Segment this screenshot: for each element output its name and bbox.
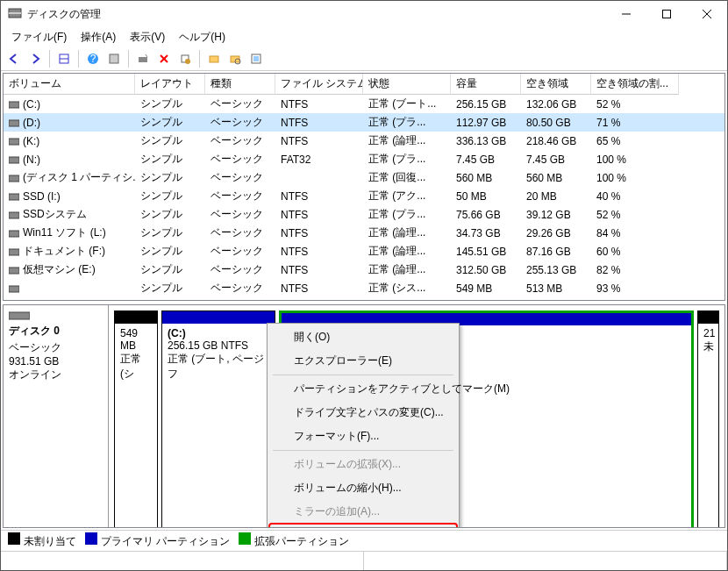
- svg-rect-26: [9, 194, 19, 200]
- ctx-delete-volume[interactable]: ボリュームの削除(D)...: [269, 524, 457, 528]
- properties-button[interactable]: [175, 49, 195, 68]
- delete-button[interactable]: [154, 49, 174, 68]
- ctx-explorer[interactable]: エクスプローラー(E): [269, 349, 457, 373]
- svg-rect-22: [9, 120, 19, 126]
- ctx-shrink[interactable]: ボリュームの縮小(H)...: [269, 476, 457, 500]
- table-row[interactable]: 仕事 (H:)シンプルベーシックNTFS正常 (論理...102.84 GB10…: [4, 297, 724, 300]
- app-icon: [8, 6, 22, 23]
- titlebar: ディスクの管理: [1, 1, 727, 27]
- disk-0-label[interactable]: ディスク 0 ベーシック 931.51 GB オンライン: [4, 305, 109, 528]
- menu-file[interactable]: ファイル(F): [4, 27, 74, 47]
- svg-point-8: [88, 54, 98, 64]
- svg-rect-23: [9, 139, 19, 145]
- svg-rect-28: [9, 231, 19, 237]
- svg-rect-1: [9, 12, 21, 14]
- list-body[interactable]: (C:)シンプルベーシックNTFS正常 (ブート...256.15 GB132.…: [4, 95, 724, 300]
- table-row[interactable]: Win11 ソフト (L:)シンプルベーシックNTFS正常 (論理...34.7…: [4, 224, 724, 242]
- col-layout[interactable]: レイアウト: [135, 74, 205, 95]
- svg-rect-25: [9, 175, 19, 182]
- ctx-add-mirror: ミラーの追加(A)...: [269, 500, 457, 524]
- svg-line-13: [161, 55, 168, 62]
- svg-rect-10: [110, 54, 118, 63]
- volume-list: ボリューム レイアウト 種類 ファイル システム 状態 容量 空き領域 空き領域…: [3, 73, 725, 301]
- table-row[interactable]: SSDシステムシンプルベーシックNTFS正常 (プラ...75.66 GB39.…: [4, 205, 724, 224]
- action2-button[interactable]: [225, 49, 245, 68]
- col-type[interactable]: 種類: [205, 74, 275, 95]
- col-free[interactable]: 空き領域: [521, 74, 591, 95]
- table-row[interactable]: (C:)シンプルベーシックNTFS正常 (ブート...256.15 GB132.…: [4, 95, 724, 113]
- svg-rect-14: [182, 55, 189, 62]
- svg-rect-21: [9, 102, 19, 108]
- table-row[interactable]: (K:)シンプルベーシックNTFS正常 (論理...336.13 GB218.4…: [4, 132, 724, 150]
- swatch-primary: [85, 532, 97, 545]
- back-button[interactable]: [4, 49, 24, 68]
- table-row[interactable]: (ディスク 1 パーティシ...シンプルベーシック正常 (回復...560 MB…: [4, 168, 724, 187]
- svg-rect-20: [253, 56, 259, 61]
- col-capacity[interactable]: 容量: [451, 74, 521, 95]
- menu-help[interactable]: ヘルプ(H): [172, 27, 232, 47]
- content: ボリューム レイアウト 種類 ファイル システム 状態 容量 空き領域 空き領域…: [1, 71, 727, 551]
- col-status[interactable]: 状態: [363, 74, 451, 95]
- ctx-format[interactable]: フォーマット(F)...: [269, 425, 457, 448]
- disk-0-partitions: 549 MB正常 (シ (C:)256.15 GB NTFS正常 (ブート, ペ…: [109, 305, 724, 528]
- table-row[interactable]: 仮想マシン (E:)シンプルベーシックNTFS正常 (論理...312.50 G…: [4, 261, 724, 279]
- separator: [199, 50, 200, 68]
- ctx-mark-active[interactable]: パーティションをアクティブとしてマーク(M): [269, 377, 457, 401]
- action3-button[interactable]: [246, 49, 266, 68]
- swatch-unallocated: [8, 532, 20, 545]
- partition[interactable]: (C:)256.15 GB NTFS正常 (ブート, ページ フ: [161, 310, 275, 528]
- toolbar: ?: [1, 46, 727, 71]
- partition[interactable]: 549 MB正常 (シ: [114, 310, 158, 528]
- svg-rect-24: [9, 157, 19, 163]
- partition-unallocated[interactable]: 21未: [697, 310, 719, 528]
- col-percent[interactable]: 空き領域の割...: [591, 74, 679, 95]
- ctx-extend: ボリュームの拡張(X)...: [269, 453, 457, 476]
- table-row[interactable]: シンプルベーシックNTFS正常 (シス...549 MB513 MB93 %: [4, 279, 724, 297]
- statusbar: [1, 551, 727, 570]
- separator: [78, 50, 79, 68]
- help-button[interactable]: ?: [83, 49, 103, 68]
- disk-management-window: ディスクの管理 ファイル(F) 操作(A) 表示(V) ヘルプ(H) ? ボリュ…: [0, 0, 728, 571]
- maximize-button[interactable]: [646, 1, 687, 27]
- minimize-button[interactable]: [606, 1, 646, 27]
- separator: [128, 50, 129, 68]
- close-button[interactable]: [687, 1, 727, 27]
- menubar: ファイル(F) 操作(A) 表示(V) ヘルプ(H): [1, 27, 727, 46]
- svg-point-18: [235, 59, 240, 64]
- svg-rect-17: [231, 56, 239, 62]
- menu-action[interactable]: 操作(A): [74, 27, 123, 47]
- menu-view[interactable]: 表示(V): [123, 27, 172, 47]
- table-row[interactable]: SSD (I:)シンプルベーシックNTFS正常 (アク...50 MB20 MB…: [4, 187, 724, 205]
- ctx-change-letter[interactable]: ドライブ文字とパスの変更(C)...: [269, 401, 457, 425]
- list-header: ボリューム レイアウト 種類 ファイル システム 状態 容量 空き領域 空き領域…: [4, 74, 724, 95]
- table-row[interactable]: (N:)シンプルベーシックFAT32正常 (プラ...7.45 GB7.45 G…: [4, 150, 724, 168]
- svg-rect-16: [210, 56, 218, 62]
- svg-text:?: ?: [90, 53, 96, 65]
- disk-graphical-view: ディスク 0 ベーシック 931.51 GB オンライン 549 MB正常 (シ…: [3, 304, 725, 528]
- col-volume[interactable]: ボリューム: [4, 74, 135, 95]
- table-row[interactable]: ドキュメント (F:)シンプルベーシックNTFS正常 (論理...145.51 …: [4, 242, 724, 261]
- ctx-open[interactable]: 開く(O): [269, 325, 457, 349]
- separator: [49, 50, 50, 68]
- window-title: ディスクの管理: [27, 7, 606, 22]
- table-row[interactable]: (D:)シンプルベーシックNTFS正常 (プラ...112.97 GB80.50…: [4, 113, 724, 132]
- forward-button[interactable]: [25, 49, 45, 68]
- svg-rect-29: [9, 249, 19, 255]
- action1-button[interactable]: [204, 49, 224, 68]
- svg-rect-34: [9, 312, 30, 319]
- col-filesystem[interactable]: ファイル システム: [275, 74, 363, 95]
- svg-rect-11: [139, 57, 147, 62]
- disk-icon: [9, 310, 30, 321]
- refresh-button[interactable]: [133, 49, 153, 68]
- svg-rect-3: [663, 11, 671, 18]
- legend: 未割り当て プライマリ パーティション 拡張パーティション: [1, 530, 727, 551]
- view-list-button[interactable]: [54, 49, 74, 68]
- svg-rect-31: [9, 286, 19, 292]
- swatch-extended: [239, 532, 251, 545]
- context-menu: 開く(O) エクスプローラー(E) パーティションをアクティブとしてマーク(M)…: [267, 323, 460, 528]
- svg-line-12: [161, 55, 168, 62]
- disk-0-row: ディスク 0 ベーシック 931.51 GB オンライン 549 MB正常 (シ…: [4, 305, 724, 528]
- svg-point-15: [185, 59, 190, 64]
- svg-rect-27: [9, 212, 19, 218]
- settings-button[interactable]: [104, 49, 124, 68]
